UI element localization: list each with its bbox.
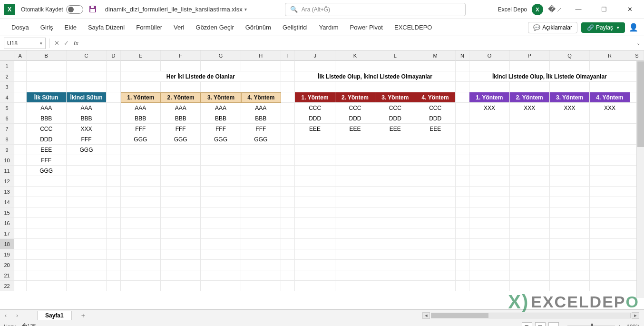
cell[interactable]: CCC	[27, 124, 67, 134]
cell[interactable]	[375, 270, 415, 281]
cell[interactable]	[161, 249, 201, 260]
row-header[interactable]: 13	[0, 187, 14, 197]
cell[interactable]	[67, 61, 107, 71]
cell[interactable]	[241, 197, 281, 207]
maximize-button[interactable]: ☐	[594, 2, 615, 17]
cell[interactable]: AAA	[67, 103, 107, 113]
cell[interactable]: GGG	[121, 134, 161, 145]
accessibility-icon[interactable]: �125	[22, 323, 36, 326]
cell[interactable]	[590, 82, 630, 92]
cell[interactable]: FFF	[67, 134, 107, 145]
horizontal-scrollbar[interactable]	[431, 313, 631, 318]
cell[interactable]	[201, 187, 241, 197]
cell[interactable]	[14, 249, 27, 260]
cell[interactable]	[121, 207, 161, 218]
tab-gozden-gecir[interactable]: Gözden Geçir	[190, 21, 240, 34]
row-header[interactable]: 1	[0, 61, 14, 71]
sheet-tab[interactable]: Sayfa1	[37, 311, 72, 320]
expand-formula-bar-icon[interactable]: ⌄	[633, 40, 644, 46]
cell[interactable]	[121, 281, 161, 291]
cell[interactable]	[375, 82, 415, 92]
cell[interactable]	[241, 82, 281, 92]
search-bar[interactable]: 🔍 Ara (Alt+Ğ)	[285, 3, 466, 16]
row-header[interactable]: 22	[0, 281, 14, 291]
cell[interactable]	[510, 155, 550, 166]
cell[interactable]	[550, 61, 590, 71]
row-header[interactable]: 12	[0, 176, 14, 187]
cell[interactable]	[295, 207, 335, 218]
tab-yardim[interactable]: Yardım	[313, 21, 344, 34]
cell[interactable]	[14, 124, 27, 134]
col-header[interactable]: K	[335, 50, 375, 61]
cell[interactable]	[469, 197, 509, 207]
cell[interactable]	[590, 239, 630, 249]
cell[interactable]	[14, 166, 27, 176]
cell[interactable]	[415, 61, 455, 71]
cell[interactable]	[161, 176, 201, 187]
cell[interactable]	[510, 61, 550, 71]
cell[interactable]	[415, 145, 455, 155]
cell[interactable]	[590, 197, 630, 207]
cell[interactable]	[241, 187, 281, 197]
col-header[interactable]: S	[630, 50, 644, 61]
header-first-col[interactable]: İlk Sütun	[27, 92, 67, 103]
cell[interactable]	[14, 113, 27, 124]
cell[interactable]: DDD	[415, 113, 455, 124]
cell[interactable]	[241, 207, 281, 218]
cell[interactable]	[161, 270, 201, 281]
cell[interactable]	[550, 249, 590, 260]
row-header[interactable]: 3	[0, 82, 14, 92]
cell[interactable]	[469, 113, 509, 124]
cell[interactable]	[550, 145, 590, 155]
cell[interactable]	[67, 281, 107, 291]
cell[interactable]	[295, 228, 335, 239]
row-header[interactable]: 19	[0, 249, 14, 260]
add-sheet-button[interactable]: +	[81, 312, 85, 319]
cell[interactable]	[14, 260, 27, 270]
tab-giris[interactable]: Giriş	[35, 21, 59, 34]
cell[interactable]	[469, 61, 509, 71]
cell[interactable]	[27, 197, 67, 207]
cell[interactable]	[107, 82, 120, 92]
zoom-level[interactable]: 100%	[627, 324, 640, 326]
cell[interactable]	[295, 166, 335, 176]
cell[interactable]: EEE	[27, 145, 67, 155]
zoom-out-button[interactable]: −	[562, 324, 565, 326]
cell[interactable]	[67, 260, 107, 270]
cell[interactable]	[27, 187, 67, 197]
cell[interactable]	[375, 155, 415, 166]
cell[interactable]	[590, 134, 630, 145]
cell[interactable]	[121, 270, 161, 281]
collab-icon[interactable]: 👤	[629, 23, 638, 32]
cell[interactable]	[375, 207, 415, 218]
cell[interactable]	[201, 176, 241, 187]
cell[interactable]	[510, 134, 550, 145]
cell[interactable]: BBB	[161, 113, 201, 124]
cell[interactable]	[241, 249, 281, 260]
cell[interactable]: GGG	[201, 134, 241, 145]
cell[interactable]	[107, 166, 120, 176]
cell[interactable]: XXX	[469, 103, 509, 113]
cell[interactable]	[456, 207, 469, 218]
cell[interactable]	[375, 260, 415, 270]
cell[interactable]	[107, 218, 120, 228]
cell[interactable]	[469, 228, 509, 239]
cell[interactable]	[295, 270, 335, 281]
cell[interactable]	[456, 176, 469, 187]
chevron-down-icon[interactable]: ▾	[40, 41, 42, 46]
col-header[interactable]: A	[14, 50, 27, 61]
cell[interactable]	[161, 260, 201, 270]
cell[interactable]	[281, 260, 295, 270]
cell[interactable]	[161, 61, 201, 71]
header-method[interactable]: 4. Yöntem	[590, 92, 630, 103]
row-header[interactable]: 10	[0, 155, 14, 166]
cell[interactable]	[335, 176, 375, 187]
cell[interactable]	[107, 124, 120, 134]
header-method[interactable]: 4. Yöntem	[241, 92, 281, 103]
cell[interactable]	[335, 249, 375, 260]
cell[interactable]	[107, 113, 120, 124]
cell[interactable]	[550, 218, 590, 228]
cell[interactable]	[14, 218, 27, 228]
cell[interactable]: FFF	[201, 124, 241, 134]
cell[interactable]	[201, 207, 241, 218]
